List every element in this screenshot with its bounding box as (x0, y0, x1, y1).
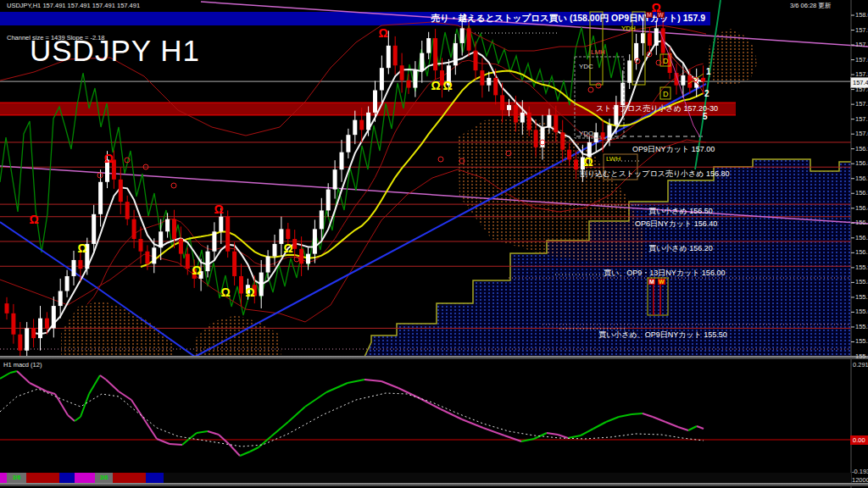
candle-body (172, 219, 176, 239)
pivot-label: LWH (606, 156, 620, 163)
macd-line (441, 409, 462, 419)
macd-line (678, 427, 688, 430)
bottom-separator (0, 483, 868, 486)
macd-signal-line (0, 389, 704, 446)
macd-line (581, 429, 593, 435)
candle-body (373, 91, 377, 113)
volume-scale-label: 120000 (852, 477, 868, 484)
candle-body (627, 60, 632, 82)
bottom-marker-omega: Ω (220, 286, 230, 299)
candle-body (654, 28, 659, 45)
entry-circle-marker (97, 173, 103, 178)
candle-body (5, 303, 9, 313)
mw-badge: W (657, 12, 665, 18)
price-axis-tick: 156.350 (855, 219, 868, 226)
top-marker-omega: Ω (103, 152, 113, 165)
candle-body (299, 249, 303, 264)
candle-body (620, 83, 625, 105)
bottom-marker-omega: Ω (245, 286, 254, 299)
bottom-marker-omega: Ω (283, 241, 292, 255)
macd-line (632, 413, 643, 414)
connector-5 (659, 30, 700, 137)
pivot-label: YDC (579, 64, 593, 70)
candle-body (460, 28, 465, 43)
d-box-label: D (663, 57, 669, 65)
macd-line (305, 392, 326, 407)
wave-number: 2 (704, 90, 709, 98)
candle-body (353, 120, 357, 136)
level-label: OP9日NYカット 157.00 (632, 146, 715, 153)
macd-line (364, 380, 381, 381)
macd-line (0, 373, 10, 379)
level-label: OP6日NYカット 156.40 (635, 220, 717, 228)
candle-body (186, 254, 190, 269)
candle-body (11, 313, 15, 335)
session-strip-segment (113, 473, 146, 483)
macd-line (55, 394, 68, 415)
candle-body (45, 319, 49, 329)
macd-line (420, 398, 441, 409)
session-strip-segment (26, 473, 59, 483)
price-axis-tick: 155.870 (855, 279, 868, 286)
macd-line (643, 413, 653, 417)
mw-badge: M (646, 12, 653, 18)
candle-body (514, 105, 518, 122)
macd-line (250, 447, 259, 452)
trading-chart-window: DDΩΩΩΩΩΩΩΩΩΩΩΩΩ USDJPY,H1 157.491 157.49… (0, 0, 868, 488)
price-axis-tick: 155.270 (855, 353, 868, 360)
mw-badge: M (648, 279, 655, 285)
candle-body (547, 115, 551, 128)
candle-body (18, 335, 22, 351)
candle-body (567, 150, 571, 160)
macd-line (398, 388, 420, 398)
candle-body (340, 152, 344, 169)
top-marker-omega: Ω (378, 26, 387, 40)
macd-line (593, 422, 606, 429)
candle-body (648, 33, 652, 46)
price-axis-tick: 157.185 (855, 116, 868, 123)
candle-body (98, 182, 103, 214)
candle-body (608, 125, 612, 140)
wave-number: 5 (703, 113, 708, 121)
chart-canvas[interactable]: DDΩΩΩΩΩΩΩΩΩΩΩΩΩ (0, 0, 868, 488)
candle-body (125, 202, 130, 219)
macd-line (197, 431, 208, 433)
macd-line (665, 422, 678, 427)
band-label: ストップロス売り小さめ 157.20-30 (596, 105, 718, 113)
candle-body (313, 229, 317, 253)
candle-body (145, 252, 149, 264)
mw-badge: W (658, 279, 665, 285)
candle-body (413, 70, 417, 87)
candle-body (574, 159, 578, 169)
top-marker-omega: Ω (214, 202, 223, 216)
price-axis-tick: 156.710 (855, 175, 868, 182)
candle-body (480, 70, 484, 86)
candle-body (594, 132, 598, 142)
macd-label: H1 macd (12) (3, 362, 42, 369)
session-strip-segment (59, 473, 75, 483)
macd-line (75, 417, 81, 421)
price-axis-tick: 156.590 (855, 190, 868, 197)
level-label: 買い小さめ 156.50 (648, 208, 713, 215)
candle-body (259, 273, 264, 297)
price-axis-tick: 157.065 (855, 130, 868, 137)
banner-note: 売り・越えるとストップロス買い (158.00円 OP9日NYカット) 157.… (0, 14, 710, 23)
candle-body (72, 260, 76, 276)
macd-line (229, 444, 240, 456)
macd-line (17, 371, 30, 383)
macd-line (653, 417, 665, 422)
candle-body (420, 53, 424, 70)
candle-body (58, 291, 63, 307)
candle-body (152, 247, 156, 263)
bottom-marker-omega: Ω (192, 263, 201, 277)
symbol-title: USDJPY H1 (30, 36, 200, 65)
session-strip-segment (164, 473, 851, 483)
macd-line (240, 452, 250, 456)
macd-line (89, 375, 100, 394)
candle-body (507, 105, 511, 110)
candle-body (500, 95, 504, 110)
candle-body (286, 229, 290, 239)
candle-body (407, 80, 411, 88)
candle-body (601, 132, 605, 140)
pane-separator[interactable] (0, 356, 868, 359)
